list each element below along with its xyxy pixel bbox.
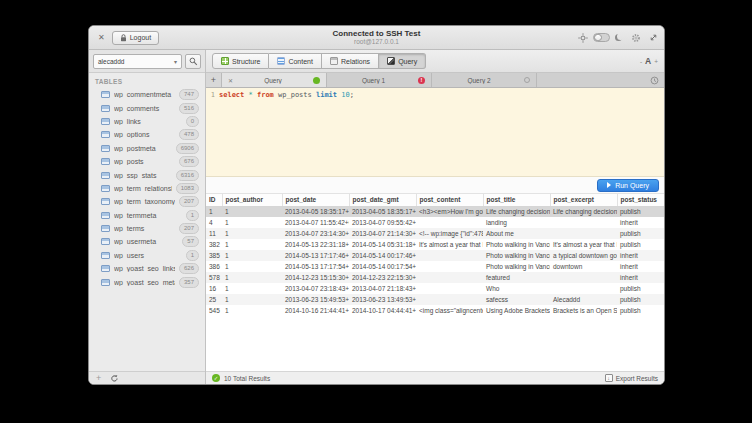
sidebar-table-item[interactable]: wp_links0 — [92, 115, 202, 128]
column-header-post_date[interactable]: post_date — [282, 194, 349, 206]
sidebar-table-item[interactable]: wp_term_taxonomy207 — [92, 195, 202, 208]
result-cell: 545 — [206, 305, 222, 316]
column-header-post_status[interactable]: post_status — [617, 194, 664, 206]
sidebar-table-item[interactable]: wp_termmeta1 — [92, 209, 202, 222]
row-count-badge: 626 — [179, 263, 199, 274]
result-cell: 16 — [206, 283, 222, 294]
column-header-post_content[interactable]: post_content — [416, 194, 483, 206]
sidebar-table-item[interactable]: wp_usermeta57 — [92, 235, 202, 248]
result-cell: publish — [617, 228, 664, 239]
result-cell: inherit — [617, 250, 664, 261]
table-icon — [101, 238, 110, 245]
sidebar-table-item[interactable]: wp_options478 — [92, 128, 202, 141]
table-icon — [101, 198, 110, 205]
row-count-badge: 516 — [179, 103, 199, 114]
table-name: wp_termmeta — [114, 212, 182, 219]
result-cell: publish — [617, 305, 664, 316]
view-tab-relations[interactable]: Relations — [322, 53, 379, 69]
run-query-button[interactable]: Run Query — [597, 179, 659, 192]
sidebar-table-item[interactable]: wp_commentmeta747 — [92, 88, 202, 101]
query-tab[interactable]: Query 1! — [327, 73, 432, 87]
view-toolbar: StructureContentRelationsQuery - A + — [206, 50, 664, 73]
line-number: 1 — [206, 91, 219, 100]
sql-editor[interactable]: 1 select * from wp_posts limit 10; — [206, 88, 664, 177]
table-icon — [101, 91, 110, 98]
table-name: wp_links — [114, 118, 182, 125]
database-selector[interactable]: alecaddd ▾ — [93, 54, 182, 69]
column-header-post_excerpt[interactable]: post_excerpt — [550, 194, 617, 206]
result-cell: 2014-05-13 17:17:54+0 — [282, 261, 349, 272]
column-header-post_date_gmt[interactable]: post_date_gmt — [349, 194, 416, 206]
close-tab-icon[interactable]: ✕ — [228, 77, 233, 84]
new-query-tab-button[interactable]: + — [206, 73, 222, 87]
result-cell — [416, 294, 483, 305]
increase-font-icon[interactable]: + — [654, 58, 658, 65]
fullscreen-expand-icon[interactable] — [649, 33, 658, 42]
result-cell: <h3><em>How I'm going — [416, 206, 483, 217]
query-tab[interactable]: ✕Query — [222, 73, 327, 87]
results-area: IDpost_authorpost_datepost_date_gmtpost_… — [206, 194, 664, 371]
sidebar-table-item[interactable]: wp_postmeta6906 — [92, 142, 202, 155]
table-icon — [101, 252, 110, 259]
column-header-post_author[interactable]: post_author — [222, 194, 282, 206]
result-cell: 1 — [222, 228, 282, 239]
font-size-control[interactable]: - A + — [640, 56, 658, 66]
sidebar-table-item[interactable]: wp_comments516 — [92, 101, 202, 114]
result-cell: <img class="aligncenter s — [416, 305, 483, 316]
sidebar-table-item[interactable]: wp_term_relationships1083 — [92, 182, 202, 195]
sidebar-table-item[interactable]: wp_yoast_seo_links626 — [92, 262, 202, 275]
table-list: wp_commentmeta747wp_comments516wp_links0… — [89, 88, 205, 371]
table-icon — [101, 105, 110, 112]
result-cell: downtown — [550, 261, 617, 272]
result-row[interactable]: 54512014-10-16 21:44:41+02014-10-17 04:4… — [206, 305, 664, 316]
add-table-icon[interactable]: + — [96, 374, 101, 383]
result-row[interactable]: 38212014-05-13 22:31:18+02014-05-14 05:3… — [206, 239, 664, 250]
result-cell — [550, 217, 617, 228]
column-header-ID[interactable]: ID — [206, 194, 222, 206]
settings-gear-icon[interactable] — [631, 33, 641, 43]
sidebar-table-item[interactable]: wp_users1 — [92, 249, 202, 262]
query-tab-label: Query 2 — [438, 77, 520, 84]
main-panel: StructureContentRelationsQuery - A + + ✕… — [206, 50, 664, 384]
result-cell: Brackets is an Open Soun — [550, 305, 617, 316]
window-close-icon[interactable]: ✕ — [95, 33, 108, 42]
sidebar-table-item[interactable]: wp_yoast_seo_meta357 — [92, 275, 202, 288]
query-tab[interactable]: Query 2 — [432, 73, 537, 87]
chevron-down-icon: ▾ — [174, 58, 177, 65]
dark-mode-moon-icon — [615, 34, 622, 41]
result-row[interactable]: 1612013-04-07 23:18:43+02013-04-07 21:18… — [206, 283, 664, 294]
sidebar-table-item[interactable]: wp_ssp_stats6316 — [92, 168, 202, 181]
logout-button[interactable]: Logout — [112, 31, 159, 45]
dark-mode-toggle[interactable] — [593, 33, 610, 42]
result-cell: 1 — [206, 206, 222, 217]
result-cell — [416, 250, 483, 261]
decrease-font-icon[interactable]: - — [640, 58, 642, 65]
table-name: wp_posts — [114, 158, 175, 165]
total-results-text: 10 Total Results — [224, 375, 270, 382]
result-cell: 2013-04-05 18:35:17+0 — [349, 206, 416, 217]
view-tab-structure[interactable]: Structure — [212, 53, 269, 69]
export-icon: ↓ — [605, 374, 613, 382]
result-cell: 1 — [222, 217, 282, 228]
view-tab-query[interactable]: Query — [379, 53, 426, 69]
search-tables-button[interactable] — [185, 54, 201, 69]
result-row[interactable]: 38612014-05-13 17:17:54+02014-05-14 00:1… — [206, 261, 664, 272]
content-icon — [277, 57, 285, 65]
query-history-button[interactable] — [644, 73, 664, 87]
view-tab-content[interactable]: Content — [269, 53, 322, 69]
sidebar-table-item[interactable]: wp_posts676 — [92, 155, 202, 168]
result-row[interactable]: 2512013-06-23 15:49:53+02013-06-23 13:49… — [206, 294, 664, 305]
table-name: wp_term_taxonomy — [114, 198, 175, 205]
result-row[interactable]: 38512014-05-13 17:17:46+02014-05-14 00:1… — [206, 250, 664, 261]
result-row[interactable]: 57812014-12-23 15:15:30+02014-12-23 22:1… — [206, 272, 664, 283]
row-count-badge: 1083 — [176, 183, 199, 194]
result-row[interactable]: 412013-04-07 11:55:42+02013-04-07 09:55:… — [206, 217, 664, 228]
refresh-icon[interactable] — [110, 374, 119, 383]
sidebar-table-item[interactable]: wp_terms207 — [92, 222, 202, 235]
column-header-post_title[interactable]: post_title — [483, 194, 550, 206]
result-row[interactable]: 1112013-04-07 23:14:30+02013-04-07 21:14… — [206, 228, 664, 239]
table-icon — [101, 118, 110, 125]
table-icon — [101, 172, 110, 179]
export-results-button[interactable]: ↓ Export Results — [605, 374, 658, 382]
result-row[interactable]: 112013-04-05 18:35:17+02013-04-05 18:35:… — [206, 206, 664, 217]
